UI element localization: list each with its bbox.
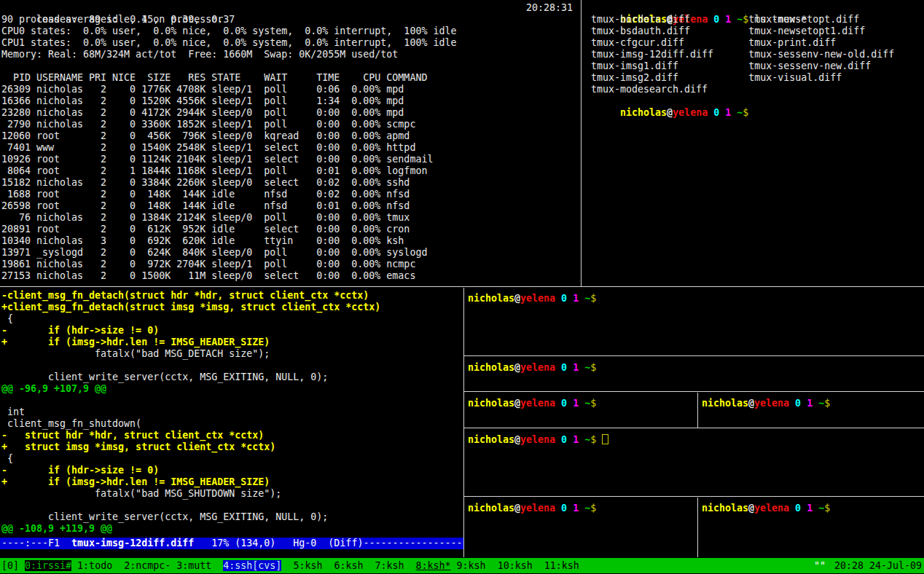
prompt-user: nicholas <box>702 503 748 514</box>
status-window-1[interactable]: 1:todo <box>77 560 112 571</box>
pane-border <box>581 0 582 286</box>
status-window-4[interactable]: 4:ssh[cvs] <box>223 560 281 571</box>
pane-shell-2[interactable]: nicholas@yelena 0 1 ~$ <box>465 357 924 396</box>
pane-emacs-diff[interactable]: -client_msg_fn_detach(struct hdr *hdr, s… <box>0 288 463 559</box>
prompt-symbol: $ <box>590 398 596 409</box>
pane-border <box>464 355 924 356</box>
prompt-path: ~ <box>813 503 824 514</box>
prompt-history: 0 <box>789 398 801 409</box>
modeline-prefix: ----:---F1 <box>1 538 71 549</box>
pane-shell-ls[interactable]: nicholas@yelena 0 1 ~$ls tmux-* tmux-bor… <box>582 0 924 288</box>
diff-line <box>0 360 463 371</box>
status-window-8[interactable]: 8:ksh* <box>416 560 451 571</box>
prompt-host: yelena <box>754 503 789 514</box>
pane-border <box>464 496 924 497</box>
modeline-percent: 17% <box>194 538 229 549</box>
prompt-symbol: $ <box>743 107 748 118</box>
prompt-jobs: 1 <box>801 398 813 409</box>
modeline-major-mode: (Diff) <box>316 538 363 549</box>
prompt-at: @ <box>667 107 673 118</box>
modeline-buffer-name: tmux-imsg-12diff.diff <box>71 538 194 549</box>
pane-border <box>0 286 924 287</box>
status-window-10[interactable]: 10:ksh <box>498 560 533 571</box>
diff-line <box>0 395 463 406</box>
prompt-history: 0 <box>555 434 567 445</box>
status-window-3[interactable]: 3:mutt <box>176 560 211 571</box>
prompt-history: 0 <box>708 107 719 118</box>
prompt-host: yelena <box>520 362 555 373</box>
prompt-symbol: $ <box>590 362 596 373</box>
prompt-history: 0 <box>555 362 567 373</box>
pane-shell-7[interactable]: nicholas@yelena 0 1 ~$ <box>699 498 924 562</box>
prompt-path: ~ <box>579 398 590 409</box>
status-session[interactable]: [0] <box>1 560 19 571</box>
status-right: ""20:28 24-Jul-09 <box>814 558 922 573</box>
prompt-user: nicholas <box>468 398 514 409</box>
status-window-2[interactable]: 2:ncmpc- <box>124 560 171 571</box>
shell-prompt: nicholas@yelena 0 1 ~$ <box>468 362 596 373</box>
status-window-9[interactable]: 9:ksh <box>457 560 486 571</box>
prompt-symbol: $ <box>590 503 596 514</box>
prompt-history: 0 <box>555 503 567 514</box>
ls-file-list: tmux-borders.diff tmux-newsetopt.diff tm… <box>585 14 924 95</box>
pane-border <box>463 288 464 557</box>
diff-line: @@ -108,9 +119,9 @@ <box>0 523 463 535</box>
prompt-path: ~ <box>731 107 743 118</box>
prompt-history: 0 <box>555 293 567 304</box>
status-datetime: 20:28 24-Jul-09 <box>834 560 922 571</box>
prompt-host: yelena <box>520 398 555 409</box>
diff-line <box>0 500 463 511</box>
status-window-5[interactable]: 5:ksh <box>293 560 322 571</box>
prompt-path: ~ <box>579 503 590 514</box>
shell-prompt: nicholas@yelena 0 1 ~$ <box>620 107 748 118</box>
diff-line: client_write_server(cctx, MSG_EXITING, N… <box>0 511 463 523</box>
prompt-path: ~ <box>579 293 590 304</box>
prompt-path: ~ <box>579 434 590 445</box>
top-summary: 90 processes: 89 idle, 1 on processor CP… <box>1 14 582 60</box>
status-window-7[interactable]: 7:ksh <box>375 560 404 571</box>
prompt-path: ~ <box>579 362 590 373</box>
pane-shell-3[interactable]: nicholas@yelena 0 1 ~$ <box>465 393 700 432</box>
diff-line: fatalx("bad MSG_SHUTDOWN size"); <box>0 488 463 500</box>
pane-top-processes[interactable]: load averages: 0.45, 0.39, 0.37 20:28:31… <box>0 0 582 288</box>
pane-shell-5-active[interactable]: nicholas@yelena 0 1 ~$ <box>465 429 924 500</box>
pane-border <box>464 428 924 428</box>
pane-shell-1[interactable]: nicholas@yelena 0 1 ~$ <box>465 288 924 360</box>
prompt-symbol: $ <box>590 293 596 304</box>
top-load-line: load averages: 0.45, 0.39, 0.37 <box>1 2 582 14</box>
diff-line: { <box>0 453 463 465</box>
status-window-0[interactable]: 0:irssi# <box>25 560 71 571</box>
diff-line: + if (imsg->hdr.len != IMSG_HEADER_SIZE) <box>0 337 463 348</box>
prompt-user: nicholas <box>468 293 514 304</box>
diff-line: + if (imsg->hdr.len != IMSG_HEADER_SIZE) <box>0 476 463 488</box>
modeline-position: (134,0) <box>229 538 275 549</box>
prompt-jobs: 1 <box>801 503 813 514</box>
status-window-6[interactable]: 6:ksh <box>334 560 363 571</box>
emacs-modeline: ----:---F1 tmux-imsg-12diff.diff 17% (13… <box>0 538 463 549</box>
diff-line: +client_msg_fn_detach(struct imsg *imsg,… <box>0 302 463 313</box>
prompt-user: nicholas <box>468 362 514 373</box>
prompt-user: nicholas <box>702 398 748 409</box>
prompt-history: 0 <box>789 503 801 514</box>
prompt-jobs: 1 <box>567 362 579 373</box>
prompt-host: yelena <box>754 398 789 409</box>
pane-shell-6[interactable]: nicholas@yelena 0 1 ~$ <box>465 498 700 562</box>
pane-shell-4[interactable]: nicholas@yelena 0 1 ~$ <box>699 393 924 432</box>
prompt-history: 0 <box>555 398 567 409</box>
shell-prompt: nicholas@yelena 0 1 ~$ <box>468 503 596 514</box>
prompt-host: yelena <box>520 434 555 445</box>
diff-line: fatalx("bad MSG_DETACH size"); <box>0 348 463 360</box>
prompt-at: @ <box>514 293 520 304</box>
prompt-user: nicholas <box>620 107 667 118</box>
prompt-at: @ <box>514 434 520 445</box>
top-process-table: PID USERNAME PRI NICE SIZE RES STATE WAI… <box>1 72 582 282</box>
diff-line: - if (hdr->size != 0) <box>0 465 463 476</box>
status-window-11[interactable]: 11:ksh <box>544 560 579 571</box>
diff-line: @@ -96,9 +107,9 @@ <box>0 383 463 395</box>
pane-border <box>464 391 924 392</box>
diff-line: { <box>0 313 463 325</box>
prompt-at: @ <box>748 398 754 409</box>
prompt-jobs: 1 <box>719 107 731 118</box>
shell-line: nicholas@yelena 0 1 ~$ <box>585 95 924 107</box>
shell-prompt: nicholas@yelena 0 1 ~$ <box>468 398 596 409</box>
